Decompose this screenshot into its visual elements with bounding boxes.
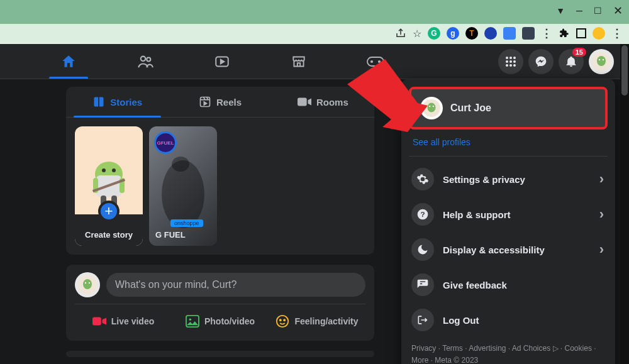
main-area: Stories Reels Rooms — [0, 79, 629, 357]
notifications-button[interactable]: 15 — [559, 49, 584, 74]
create-story-plus-icon: + — [98, 201, 120, 222]
moon-icon — [411, 238, 434, 261]
ext-grid-icon[interactable] — [522, 27, 535, 40]
svg-point-16 — [597, 56, 606, 66]
ext-more-icon[interactable]: ⋮ — [541, 26, 552, 40]
story-tag: onshoppe — [170, 219, 203, 227]
svg-point-34 — [85, 282, 86, 284]
profile-card[interactable]: Curt Joe — [409, 87, 608, 130]
profile-avatar-button[interactable] — [589, 49, 614, 74]
menu-grid-button[interactable] — [498, 49, 523, 74]
svg-point-18 — [603, 58, 604, 60]
window-dropdown-icon[interactable]: ▼ — [556, 6, 565, 18]
next-card-peek — [66, 351, 374, 357]
share-icon[interactable] — [395, 28, 406, 39]
reels-tab[interactable]: Reels — [169, 87, 271, 117]
tab-friends[interactable] — [126, 44, 165, 79]
header-actions: 15 — [498, 49, 614, 74]
footer-text[interactable]: Privacy · Terms · Advertising · Ad Choic… — [411, 344, 596, 364]
feeling-label: Feeling/activity — [294, 316, 358, 326]
give-feedback-item[interactable]: Give feedback — [409, 267, 608, 302]
svg-point-7 — [509, 57, 512, 59]
notification-badge: 15 — [572, 48, 586, 57]
help-support-item[interactable]: ? Help & support › — [409, 197, 608, 232]
tab-marketplace[interactable] — [279, 44, 318, 79]
feeling-button[interactable]: Feeling/activity — [269, 309, 365, 333]
composer-placeholder: What's on your mind, Curt? — [115, 279, 237, 290]
svg-rect-19 — [200, 97, 209, 107]
story-label: G FUEL — [149, 230, 217, 240]
display-accessibility-item[interactable]: Display & accessibility › — [409, 232, 608, 267]
chevron-right-icon: › — [599, 171, 604, 187]
window-maximize-icon[interactable]: ☐ — [594, 6, 602, 18]
create-story-label: Create story — [75, 230, 143, 240]
svg-point-31 — [172, 157, 189, 172]
browser-profile-avatar[interactable] — [593, 27, 605, 40]
window-close-icon[interactable]: ✕ — [613, 4, 623, 18]
window-controls: ▼ – ☐ ✕ — [556, 4, 623, 18]
chevron-right-icon: › — [599, 206, 604, 223]
star-icon[interactable]: ☆ — [413, 28, 421, 40]
ext-g-icon[interactable]: g — [447, 27, 459, 40]
feed-column: Stories Reels Rooms — [66, 87, 374, 357]
create-story-card[interactable]: + Create story — [75, 126, 143, 246]
menu-item-label: Settings & privacy — [443, 174, 525, 185]
footer-links: Privacy · Terms · Advertising · Ad Choic… — [409, 338, 608, 364]
menu-item-label: Log Out — [443, 315, 479, 326]
browser-menu-icon[interactable]: ⋮ — [611, 26, 623, 40]
svg-text:?: ? — [420, 210, 425, 218]
svg-point-43 — [427, 103, 435, 113]
tab-watch[interactable] — [203, 44, 242, 79]
tab-home[interactable] — [49, 44, 88, 79]
story-tabs: Stories Reels Rooms — [66, 87, 374, 118]
svg-rect-36 — [92, 317, 101, 326]
stories-tab-label: Stories — [110, 97, 142, 108]
composer-card: What's on your mind, Curt? Live video Ph… — [66, 265, 374, 341]
help-icon: ? — [411, 203, 434, 226]
svg-point-41 — [284, 319, 286, 321]
svg-point-4 — [371, 60, 372, 62]
scrollbar-thumb[interactable] — [621, 45, 628, 96]
ext-blue-icon[interactable] — [503, 27, 516, 40]
see-all-profiles-link[interactable]: See all profiles — [409, 130, 608, 157]
ext-puzzle-icon[interactable] — [559, 28, 570, 39]
ext-square-icon[interactable] — [576, 28, 586, 38]
messenger-button[interactable] — [528, 49, 554, 74]
composer-input[interactable]: What's on your mind, Curt? — [106, 273, 365, 297]
gear-icon — [411, 168, 434, 190]
svg-point-13 — [509, 64, 512, 67]
svg-point-33 — [83, 279, 92, 289]
feedback-icon — [411, 273, 434, 296]
account-menu: Curt Joe See all profiles Settings & pri… — [401, 79, 615, 364]
svg-point-44 — [429, 106, 430, 107]
live-video-label: Live video — [111, 316, 154, 326]
browser-toolbar: ☆ G g T ⋮ ⋮ — [0, 24, 629, 44]
svg-point-24 — [112, 168, 116, 172]
stories-tab[interactable]: Stories — [66, 87, 169, 117]
tab-gaming[interactable] — [356, 44, 395, 79]
window-minimize-icon[interactable]: – — [576, 4, 582, 18]
ext-t-icon[interactable]: T — [465, 27, 478, 40]
browser-title-bar: ▼ – ☐ ✕ — [0, 0, 629, 24]
rooms-tab[interactable]: Rooms — [272, 87, 374, 117]
logout-icon — [411, 309, 434, 331]
svg-point-11 — [513, 60, 516, 63]
settings-privacy-item[interactable]: Settings & privacy › — [409, 162, 608, 197]
photo-video-button[interactable]: Photo/video — [172, 309, 269, 333]
composer-avatar[interactable] — [75, 272, 100, 297]
chevron-right-icon: › — [599, 241, 604, 258]
svg-point-5 — [379, 60, 380, 62]
live-video-button[interactable]: Live video — [75, 309, 172, 333]
ext-globe-icon[interactable] — [484, 27, 497, 40]
nav-tabs — [49, 44, 395, 79]
svg-point-9 — [506, 60, 508, 63]
profile-card-name: Curt Joe — [450, 102, 491, 114]
svg-point-45 — [433, 106, 434, 107]
svg-point-35 — [89, 282, 90, 284]
svg-point-6 — [506, 57, 508, 59]
svg-point-0 — [141, 56, 145, 60]
story-card-gfuel[interactable]: GFUEL onshoppe G FUEL — [149, 126, 217, 246]
ext-grammarly-icon[interactable]: G — [428, 27, 440, 40]
svg-point-40 — [280, 319, 281, 321]
logout-item[interactable]: Log Out — [409, 302, 608, 338]
